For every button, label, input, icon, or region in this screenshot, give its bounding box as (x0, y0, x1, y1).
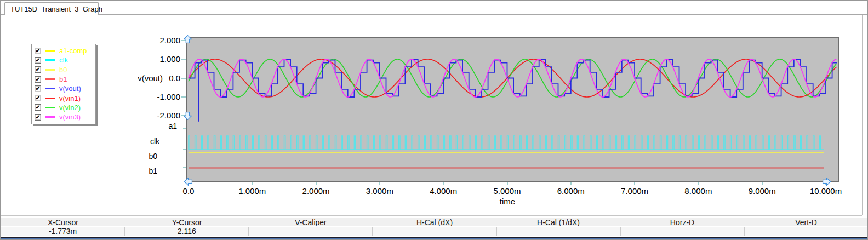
legend-item-vin3[interactable]: ✔ v(vin3) (32, 112, 95, 122)
x-axis-right-arrow-icon[interactable] (822, 177, 831, 186)
trace-color-swatch (45, 88, 55, 89)
checkbox-checked-icon[interactable]: ✔ (35, 95, 41, 101)
cursor-header-vert-d: Vert-D (744, 218, 868, 226)
axis-tick (443, 182, 444, 185)
checkbox-checked-icon[interactable]: ✔ (35, 85, 41, 92)
waveform-viewer-window: TUT15D_Transient_3_Graph ✔ a1-comp ✔ clk… (0, 0, 868, 240)
waveform-traces (187, 38, 838, 181)
tabstrip-line (1, 14, 4, 15)
axis-tick (634, 182, 635, 185)
legend-item-label: b1 (59, 75, 67, 83)
legend-item-label: v(vin2) (59, 104, 81, 112)
cursor-header-v-caliper: V-Caliper (249, 218, 373, 226)
cursor-value-horz-d (620, 227, 744, 236)
trace-color-swatch (45, 50, 55, 52)
y-tick-label: 0.0 (128, 73, 180, 83)
x-tick-label: 0.0 (164, 186, 213, 196)
checkbox-checked-icon[interactable]: ✔ (35, 57, 41, 64)
digital-row-label-a1: a1 (143, 122, 177, 130)
y-tick-label: 1.000 (128, 54, 180, 64)
checkbox-checked-icon[interactable]: ✔ (35, 104, 41, 111)
axis-tick (181, 59, 186, 60)
checkbox-checked-icon[interactable]: ✔ (35, 114, 41, 121)
x-tick-label: 9.000m (738, 186, 787, 196)
y-tick-label: 2.000 (128, 36, 180, 45)
cursor-header-row: X-Cursor Y-Cursor V-Caliper H-Cal (dX) H… (1, 218, 868, 227)
legend-item-label: v(vin3) (59, 113, 81, 121)
trace-color-swatch (45, 59, 55, 61)
legend-item-vin2[interactable]: ✔ v(vin2) (32, 103, 95, 112)
trace-color-swatch (45, 98, 55, 99)
cursor-header-hcal-1dx: H-Cal (1/dX) (496, 218, 620, 226)
axis-tick (181, 78, 186, 79)
checkbox-checked-icon[interactable]: ✔ (35, 76, 41, 83)
cursor-header-horz-d: Horz-D (620, 218, 744, 226)
window-bottom-accent (1, 238, 868, 240)
digital-row-label-b0: b0 (123, 152, 157, 161)
legend-item-clk[interactable]: ✔ clk (32, 55, 95, 65)
axis-tick (316, 182, 317, 185)
tabstrip-line (99, 14, 868, 15)
tab-graph[interactable]: TUT15D_Transient_3_Graph (4, 2, 99, 15)
x-axis-label: time (483, 197, 532, 206)
axis-tick (183, 167, 186, 168)
x-tick-label: 1.000m (227, 186, 277, 196)
axis-tick (181, 96, 186, 98)
legend-item-b1[interactable]: ✔ b1 (32, 75, 95, 84)
cursor-header-x-cursor: X-Cursor (1, 218, 125, 226)
axis-tick (570, 182, 572, 185)
y-tick-label: -1.000 (128, 92, 180, 101)
x-tick-label: 6.000m (546, 186, 596, 196)
cursor-value-vert-d (744, 227, 868, 236)
tab-title: TUT15D_Transient_3_Graph (10, 5, 102, 13)
x-tick-label: 10.000m (801, 186, 850, 196)
trace-color-swatch (45, 78, 55, 80)
axis-tick (762, 182, 763, 185)
cursor-header-y-cursor: Y-Cursor (125, 218, 249, 226)
cursor-header-hcal-dx: H-Cal (dX) (373, 218, 496, 226)
x-axis-left-arrow-icon[interactable] (184, 177, 193, 186)
panel-border (1, 215, 862, 216)
x-tick-label: 7.000m (610, 186, 659, 196)
axis-tick (183, 149, 186, 150)
x-tick-label: 2.000m (292, 186, 341, 196)
y-axis-bottom-arrow-icon[interactable] (183, 111, 192, 121)
axis-tick (252, 182, 253, 185)
x-tick-label: 8.000m (673, 186, 723, 196)
x-tick-label: 5.000m (483, 186, 532, 196)
cursor-value-hcal-1dx (496, 227, 620, 236)
x-tick-label: 3.000m (355, 186, 404, 196)
plot-area[interactable] (186, 37, 839, 182)
legend-item-vout[interactable]: ✔ v(vout) (32, 84, 95, 93)
legend-box: ✔ a1-comp ✔ clk ✔ b0 ✔ b1 ✔ v(vout) ✔ v(… (31, 44, 96, 124)
legend-item-a1-comp[interactable]: ✔ a1-comp (32, 46, 95, 55)
legend-item-label: a1-comp (59, 47, 87, 55)
trace-color-swatch (45, 116, 55, 118)
checkbox-checked-icon[interactable]: ✔ (35, 48, 41, 54)
panel-border (862, 15, 863, 215)
x-tick-label: 4.000m (419, 186, 468, 196)
legend-item-vin1[interactable]: ✔ v(vin1) (32, 93, 95, 102)
legend-item-b0[interactable]: ✔ b0 (32, 65, 95, 75)
y-axis-top-arrow-icon[interactable] (183, 35, 192, 44)
cursor-readout-bar: X-Cursor Y-Cursor V-Caliper H-Cal (dX) H… (1, 218, 868, 236)
cursor-value-v-caliper (248, 227, 372, 236)
axis-tick (507, 182, 508, 185)
legend-item-label: clk (59, 56, 68, 64)
cursor-value-x-cursor: -1.773m (1, 227, 124, 236)
axis-tick (698, 182, 699, 185)
cursor-value-hcal-dx (372, 227, 496, 236)
cursor-value-y-cursor: 2.116 (124, 227, 248, 236)
trace-color-swatch (45, 107, 55, 108)
legend-item-label: b0 (59, 66, 67, 74)
axis-tick (379, 182, 380, 185)
legend-item-label: v(vout) (59, 84, 81, 93)
y-tick-label: -2.000 (128, 111, 180, 120)
digital-row-label-b1: b1 (123, 167, 157, 175)
digital-row-label-clk: clk (125, 137, 159, 146)
checkbox-checked-icon[interactable]: ✔ (35, 66, 41, 73)
cursor-value-row: -1.773m 2.116 (1, 227, 868, 236)
trace-color-swatch (45, 69, 55, 71)
axis-tick (183, 128, 186, 129)
legend-item-label: v(vin1) (59, 94, 81, 102)
